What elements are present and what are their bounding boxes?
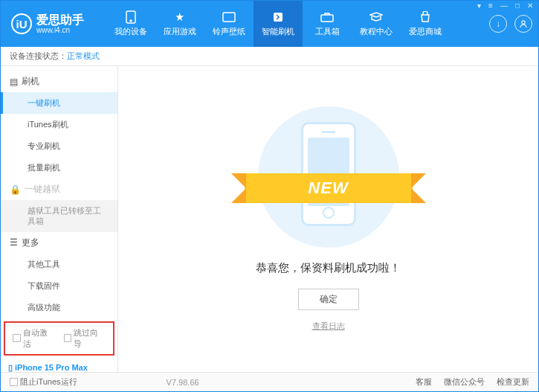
sidebar-item-onekey-flash[interactable]: 一键刷机 [1,92,117,114]
phone-icon [123,10,138,24]
footer-link-update[interactable]: 检查更新 [497,376,529,388]
download-button[interactable]: ↓ [489,15,507,33]
lock-icon: 🔒 [10,184,21,195]
status-bar: 设备连接状态： 正常模式 [1,47,538,66]
store-icon [418,10,433,24]
ok-button[interactable]: 确定 [298,289,359,310]
status-mode: 正常模式 [67,51,100,62]
nav-wallpaper[interactable]: 铃声壁纸 [204,1,254,47]
nav-flash[interactable]: 智能刷机 [254,1,303,47]
sidebar: ▤刷机 一键刷机 iTunes刷机 专业刷机 批量刷机 🔒一键越狱 越狱工具已转… [1,66,118,372]
win-maximize-icon[interactable]: □ [514,1,521,10]
sidebar-item-itunes-flash[interactable]: iTunes刷机 [1,114,117,135]
logo[interactable]: iU 爱思助手 www.i4.cn [11,13,84,35]
wallpaper-icon [222,10,236,24]
flash-icon [271,10,285,24]
user-button[interactable] [514,15,532,33]
checkbox-icon [10,378,18,386]
checkbox-icon [13,334,21,342]
sidebar-group-jailbreak: 🔒一键越狱 [1,179,117,200]
sidebar-jailbreak-note: 越狱工具已转移至工具箱 [1,200,117,232]
nav-toolbox[interactable]: 工具箱 [303,1,352,47]
sidebar-item-download-firmware[interactable]: 下载固件 [1,275,117,297]
sidebar-item-advanced[interactable]: 高级功能 [1,297,117,318]
sidebar-item-other-tools[interactable]: 其他工具 [1,254,117,275]
apps-icon [172,10,187,24]
sidebar-group-more[interactable]: ☰更多 [1,232,117,254]
svg-rect-4 [321,15,333,22]
view-log-link[interactable]: 查看日志 [312,321,345,332]
success-illustration: NEW [258,106,399,248]
nav-tutorial[interactable]: 教程中心 [352,1,401,47]
svg-point-1 [130,20,132,22]
sidebar-item-batch-flash[interactable]: 批量刷机 [1,157,117,179]
new-banner: NEW [245,173,413,203]
app-name: 爱思助手 [36,13,84,27]
win-minimize-icon[interactable]: — [499,1,509,10]
tutorial-icon [369,10,384,24]
list-icon: ▤ [10,77,18,87]
header: iU 爱思助手 www.i4.cn 我的设备 应用游戏 铃声壁纸 智能刷机 工具… [1,1,538,47]
checkbox-block-itunes[interactable]: 阻止iTunes运行 [10,376,77,388]
checkbox-skip-guide[interactable]: 跳过向导 [64,327,106,350]
footer: 阻止iTunes运行 V7.98.66 客服 微信公众号 检查更新 [1,372,538,391]
nav-apps[interactable]: 应用游戏 [155,1,204,47]
device-icon: ▯ [8,363,13,372]
window-controls: ▾ ≡ — □ ✕ [476,1,535,10]
app-url: www.i4.cn [36,26,84,34]
sidebar-group-flash[interactable]: ▤刷机 [1,71,117,92]
nav-my-device[interactable]: 我的设备 [106,1,155,47]
win-settings-icon[interactable]: ≡ [487,1,494,10]
main-content: NEW 恭喜您，保资料刷机成功啦！ 确定 查看日志 [118,66,538,372]
nav-store[interactable]: 爱思商城 [401,1,450,47]
win-close-icon[interactable]: ✕ [526,1,535,10]
footer-link-support[interactable]: 客服 [416,376,432,388]
checkbox-highlight-box: 自动激活 跳过向导 [4,321,114,356]
svg-point-5 [522,21,525,24]
checkbox-auto-activate[interactable]: 自动激活 [13,327,55,350]
device-name: ▯iPhone 15 Pro Max [8,363,110,372]
top-nav: 我的设备 应用游戏 铃声壁纸 智能刷机 工具箱 教程中心 爱思商城 [106,1,483,47]
logo-icon: iU [11,13,32,34]
win-menu-icon[interactable]: ▾ [476,1,482,10]
svg-rect-2 [223,13,235,22]
version-label: V7.98.66 [167,378,199,387]
status-label: 设备连接状态： [10,51,67,62]
checkbox-icon [64,334,72,342]
device-info[interactable]: ▯iPhone 15 Pro Max 512GB iPhone [1,359,117,372]
sidebar-item-pro-flash[interactable]: 专业刷机 [1,135,117,157]
success-message: 恭喜您，保资料刷机成功啦！ [256,261,401,275]
toolbox-icon [320,10,335,24]
footer-link-wechat[interactable]: 微信公众号 [444,376,485,388]
more-icon: ☰ [10,237,18,248]
